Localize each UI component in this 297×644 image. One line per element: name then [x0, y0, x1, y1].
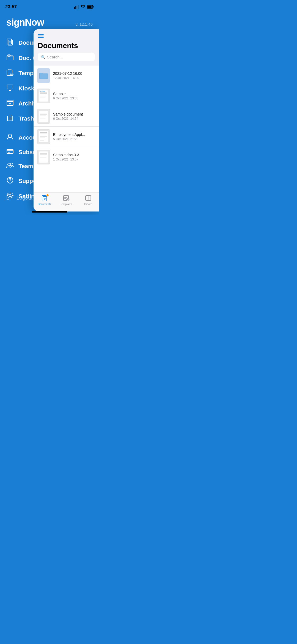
app-header: signNow v. 12.1.46 [0, 12, 99, 31]
logout-label: Logout [16, 195, 32, 201]
archive-icon [6, 100, 14, 108]
doc-groups-icon [6, 54, 14, 62]
documents-icon [6, 38, 14, 47]
doc-date: 6 Oct 2021, 14:54 [53, 117, 95, 121]
search-placeholder: Search... [47, 55, 63, 59]
list-item[interactable]: signNow Sample 6 Oct 2021, 23:38 [34, 86, 99, 106]
svg-rect-0 [74, 7, 75, 9]
status-bar: 23:57 [0, 0, 99, 12]
documents-tab-icon [41, 195, 48, 202]
signal-icon [74, 5, 79, 9]
doc-thumbnail [37, 129, 50, 144]
doc-date: 12 Jul 2021, 16:00 [53, 76, 95, 80]
logo: signNow [6, 17, 44, 28]
trash-icon [6, 114, 14, 123]
doc-name: 2021-07-12 16:00 [53, 71, 95, 76]
templates-tab-icon [63, 195, 69, 202]
doc-info: Sample doc-3-3 1 Oct 2021, 13:07 [53, 153, 95, 161]
account-icon [6, 134, 14, 142]
svg-rect-76 [43, 196, 47, 201]
battery-icon [87, 5, 94, 9]
templates-tab-label: Templates [60, 203, 72, 206]
svg-point-37 [8, 134, 12, 137]
doc-name: Sample [53, 92, 95, 96]
search-bar[interactable]: 🔍 Search... [38, 53, 95, 61]
doc-date: 6 Oct 2021, 23:38 [53, 96, 95, 100]
tab-documents[interactable]: Documents [34, 195, 55, 206]
teams-icon [6, 163, 14, 170]
documents-panel: Documents 🔍 Search... 2021-07-12 16:00 1… [34, 29, 99, 211]
svg-rect-6 [93, 6, 94, 8]
status-icons [74, 5, 94, 9]
search-icon: 🔍 [41, 55, 45, 59]
doc-date: 1 Oct 2021, 13:07 [53, 158, 95, 161]
document-list: 2021-07-12 16:00 12 Jul 2021, 16:00 sign… [34, 66, 99, 192]
svg-rect-2 [77, 6, 77, 9]
templates-icon [6, 69, 14, 77]
svg-rect-5 [87, 6, 92, 8]
doc-thumbnail [37, 150, 50, 164]
logout-button[interactable]: Logout [6, 194, 32, 201]
doc-info: Sample document 6 Oct 2021, 14:54 [53, 112, 95, 121]
create-tab-icon [85, 195, 91, 202]
wifi-icon [81, 5, 85, 9]
doc-thumbnail [37, 109, 50, 124]
list-item[interactable]: Sample document 6 Oct 2021, 14:54 [34, 106, 99, 127]
svg-rect-38 [7, 149, 13, 154]
svg-rect-70 [39, 151, 48, 163]
doc-name: Sample document [53, 112, 95, 116]
svg-rect-1 [76, 6, 76, 9]
svg-text:signNow: signNow [40, 90, 45, 92]
svg-rect-3 [78, 5, 79, 9]
tab-create[interactable]: Create [77, 195, 99, 206]
doc-thumbnail [37, 68, 50, 83]
tab-templates[interactable]: Templates [55, 195, 77, 206]
subscription-icon [6, 149, 14, 156]
svg-rect-56 [39, 111, 48, 122]
list-item[interactable]: Employment Appl... 5 Oct 2021, 21:29 [34, 127, 99, 147]
hamburger-icon[interactable] [38, 33, 95, 39]
doc-info: Employment Appl... 5 Oct 2021, 21:29 [53, 132, 95, 141]
doc-thumbnail: signNow [37, 89, 50, 103]
list-item[interactable]: Sample doc-3-3 1 Oct 2021, 13:07 [34, 147, 99, 167]
doc-name: Employment Appl... [53, 132, 95, 137]
doc-name: Sample doc-3-3 [53, 153, 95, 157]
doc-info: 2021-07-12 16:00 12 Jul 2021, 16:00 [53, 71, 95, 80]
panel-header: Documents 🔍 Search... [34, 29, 99, 66]
documents-tab-label: Documents [38, 203, 51, 206]
doc-date: 5 Oct 2021, 21:29 [53, 137, 95, 141]
version-label: v. 12.1.46 [76, 22, 93, 28]
support-icon [6, 177, 14, 185]
panel-tabbar: Documents Templates [34, 192, 99, 211]
doc-info: Sample 6 Oct 2021, 23:38 [53, 92, 95, 100]
list-item[interactable]: 2021-07-12 16:00 12 Jul 2021, 16:00 [34, 66, 99, 86]
kiosk-icon [6, 84, 14, 93]
home-indicator [32, 211, 67, 213]
panel-title: Documents [38, 42, 95, 50]
documents-badge [46, 194, 49, 196]
logout-icon [6, 194, 13, 201]
create-tab-label: Create [84, 203, 92, 206]
status-time: 23:57 [5, 4, 17, 10]
